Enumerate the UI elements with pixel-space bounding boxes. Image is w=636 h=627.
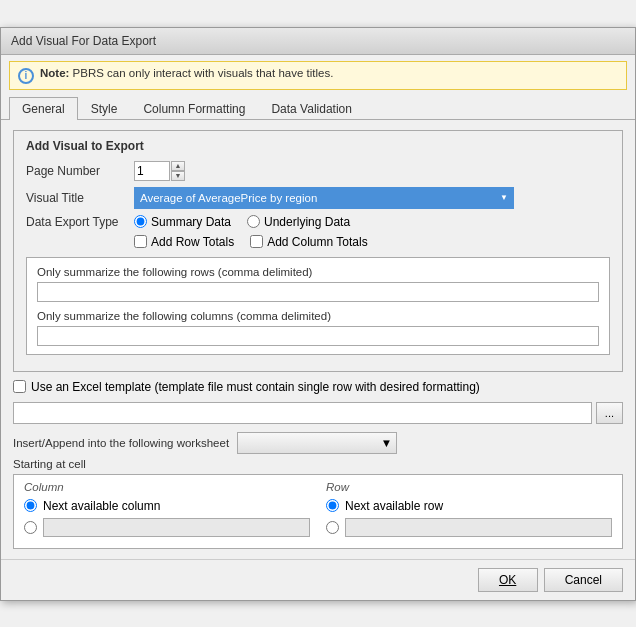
template-input-row: ... (13, 402, 623, 424)
next-available-col-row: Next available column (24, 499, 310, 513)
note-text: Note: PBRS can only interact with visual… (40, 67, 333, 79)
summary-data-radio[interactable]: Summary Data (134, 215, 231, 229)
row-section: Row Next available row (326, 481, 612, 542)
add-column-totals-checkbox[interactable]: Add Column Totals (250, 235, 368, 249)
template-checkbox-row: Use an Excel template (template file mus… (13, 380, 623, 394)
custom-row-row (326, 518, 612, 537)
template-label: Use an Excel template (template file mus… (31, 380, 480, 394)
page-number-group: ▲ ▼ (134, 161, 185, 181)
add-column-totals-label: Add Column Totals (267, 235, 368, 249)
tab-general[interactable]: General (9, 97, 78, 120)
content-area: Add Visual to Export Page Number ▲ ▼ Vis… (1, 120, 635, 559)
custom-row-input[interactable] (345, 518, 612, 537)
custom-col-input[interactable] (43, 518, 310, 537)
tab-bar: General Style Column Formatting Data Val… (1, 96, 635, 120)
visual-title-dropdown[interactable]: Average of AveragePrice by region ▼ (134, 187, 514, 209)
dropdown-arrow-icon: ▼ (500, 193, 508, 202)
summarize-rows-label: Only summarize the following rows (comma… (37, 266, 599, 278)
next-col-radio[interactable] (24, 499, 37, 512)
summarize-cols-label: Only summarize the following columns (co… (37, 310, 599, 322)
worksheet-dropdown[interactable]: ▼ (237, 432, 397, 454)
underlying-data-label: Underlying Data (264, 215, 350, 229)
template-path-input[interactable] (13, 402, 592, 424)
page-number-row: Page Number ▲ ▼ (26, 161, 610, 181)
summary-data-label: Summary Data (151, 215, 231, 229)
spinner-down[interactable]: ▼ (171, 171, 185, 181)
note-bar: i Note: PBRS can only interact with visu… (9, 61, 627, 90)
visual-title-row: Visual Title Average of AveragePrice by … (26, 187, 610, 209)
custom-col-row (24, 518, 310, 537)
column-section: Column Next available column (24, 481, 310, 542)
column-title: Column (24, 481, 310, 493)
template-checkbox-input[interactable] (13, 380, 26, 393)
next-row-radio[interactable] (326, 499, 339, 512)
row-title: Row (326, 481, 612, 493)
data-export-type-label: Data Export Type (26, 215, 126, 229)
add-row-totals-input[interactable] (134, 235, 147, 248)
dialog-title: Add Visual For Data Export (11, 34, 156, 48)
tab-style[interactable]: Style (78, 97, 131, 120)
add-row-totals-label: Add Row Totals (151, 235, 234, 249)
underlying-data-radio[interactable]: Underlying Data (247, 215, 350, 229)
summarize-cols-input[interactable] (37, 326, 599, 346)
custom-row-radio[interactable] (326, 521, 339, 534)
section-title: Add Visual to Export (26, 139, 610, 153)
data-export-radio-group: Summary Data Underlying Data (134, 215, 350, 229)
add-row-totals-checkbox[interactable]: Add Row Totals (134, 235, 234, 249)
worksheet-arrow-icon: ▼ (381, 437, 392, 449)
summary-data-radio-input[interactable] (134, 215, 147, 228)
dialog: Add Visual For Data Export i Note: PBRS … (0, 27, 636, 601)
spinner-up[interactable]: ▲ (171, 161, 185, 171)
visual-title-label: Visual Title (26, 191, 126, 205)
page-number-spinner: ▲ ▼ (171, 161, 185, 181)
data-export-type-row: Data Export Type Summary Data Underlying… (26, 215, 610, 229)
add-visual-section: Add Visual to Export Page Number ▲ ▼ Vis… (13, 130, 623, 372)
template-checkbox[interactable]: Use an Excel template (template file mus… (13, 380, 480, 394)
visual-title-value: Average of AveragePrice by region (140, 192, 317, 204)
next-available-row-row: Next available row (326, 499, 612, 513)
tab-data-validation[interactable]: Data Validation (258, 97, 365, 120)
ok-button[interactable]: OK (478, 568, 538, 592)
browse-button[interactable]: ... (596, 402, 623, 424)
add-column-totals-input[interactable] (250, 235, 263, 248)
starting-label: Starting at cell (13, 458, 623, 470)
page-number-input[interactable] (134, 161, 170, 181)
worksheet-label: Insert/Append into the following workshe… (13, 437, 229, 449)
summarize-section: Only summarize the following rows (comma… (26, 257, 610, 355)
underlying-data-radio-input[interactable] (247, 215, 260, 228)
title-bar: Add Visual For Data Export (1, 28, 635, 55)
footer: OK Cancel (1, 559, 635, 600)
col-row-box: Column Next available column Row Next av… (13, 474, 623, 549)
page-number-label: Page Number (26, 164, 126, 178)
totals-checkbox-row: Add Row Totals Add Column Totals (134, 235, 610, 249)
info-icon: i (18, 68, 34, 84)
tab-column-formatting[interactable]: Column Formatting (130, 97, 258, 120)
next-col-label: Next available column (43, 499, 160, 513)
next-row-label: Next available row (345, 499, 443, 513)
summarize-rows-input[interactable] (37, 282, 599, 302)
custom-col-radio[interactable] (24, 521, 37, 534)
worksheet-row: Insert/Append into the following workshe… (13, 432, 623, 454)
cancel-button[interactable]: Cancel (544, 568, 623, 592)
